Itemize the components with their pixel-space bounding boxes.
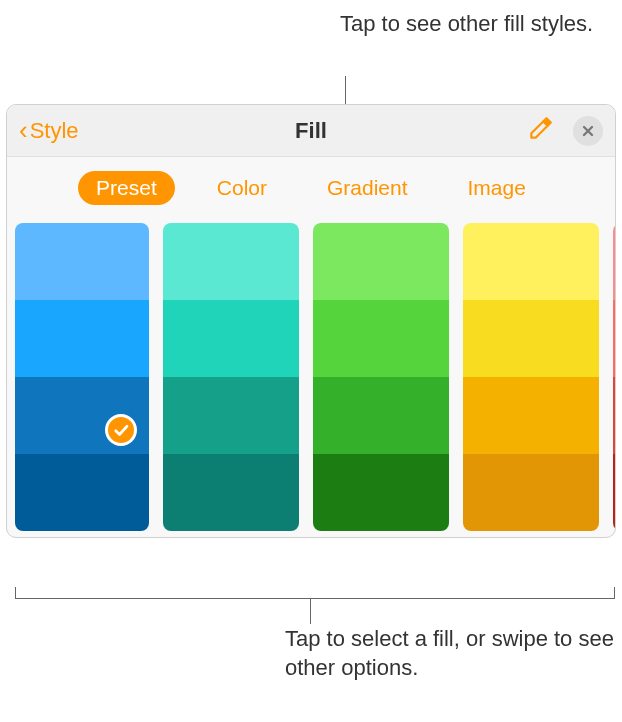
color-swatch[interactable]	[613, 223, 615, 300]
tab-color[interactable]: Color	[199, 171, 285, 205]
color-swatch[interactable]	[313, 300, 449, 377]
tab-preset[interactable]: Preset	[78, 171, 175, 205]
panel-header: ‹ Style Fill	[7, 105, 615, 157]
color-swatch[interactable]	[463, 377, 599, 454]
swatch-column	[613, 223, 615, 531]
swatch-grid[interactable]	[7, 215, 615, 537]
annotation-bracket	[15, 587, 615, 599]
color-swatch[interactable]	[313, 223, 449, 300]
fill-type-tabs: Preset Color Gradient Image	[7, 157, 615, 215]
tab-gradient[interactable]: Gradient	[309, 171, 426, 205]
chevron-left-icon: ‹	[19, 115, 28, 146]
color-swatch[interactable]	[163, 300, 299, 377]
back-button[interactable]: ‹ Style	[19, 115, 79, 146]
color-swatch[interactable]	[15, 223, 149, 300]
color-swatch[interactable]	[15, 454, 149, 531]
color-swatch[interactable]	[163, 223, 299, 300]
swatch-column	[163, 223, 299, 531]
swatch-column	[463, 223, 599, 531]
annotation-bottom: Tap to select a fill, or swipe to see ot…	[285, 625, 622, 682]
tab-image[interactable]: Image	[450, 171, 544, 205]
color-swatch[interactable]	[163, 454, 299, 531]
color-swatch[interactable]	[463, 454, 599, 531]
back-label: Style	[30, 118, 79, 144]
color-swatch[interactable]	[15, 300, 149, 377]
annotation-line	[310, 599, 311, 624]
fill-panel: ‹ Style Fill Preset Color Gradient Image	[6, 104, 616, 538]
eyedropper-icon[interactable]	[527, 116, 553, 146]
swatch-column	[15, 223, 149, 531]
color-swatch[interactable]	[463, 223, 599, 300]
color-swatch[interactable]	[313, 377, 449, 454]
swatch-column	[313, 223, 449, 531]
panel-title: Fill	[295, 118, 327, 144]
color-swatch[interactable]	[15, 377, 149, 454]
color-swatch[interactable]	[463, 300, 599, 377]
color-swatch[interactable]	[613, 377, 615, 454]
close-button[interactable]	[573, 116, 603, 146]
color-swatch[interactable]	[313, 454, 449, 531]
color-swatch[interactable]	[613, 300, 615, 377]
annotation-top: Tap to see other fill styles.	[340, 10, 593, 39]
color-swatch[interactable]	[613, 454, 615, 531]
checkmark-icon	[105, 414, 137, 446]
color-swatch[interactable]	[163, 377, 299, 454]
